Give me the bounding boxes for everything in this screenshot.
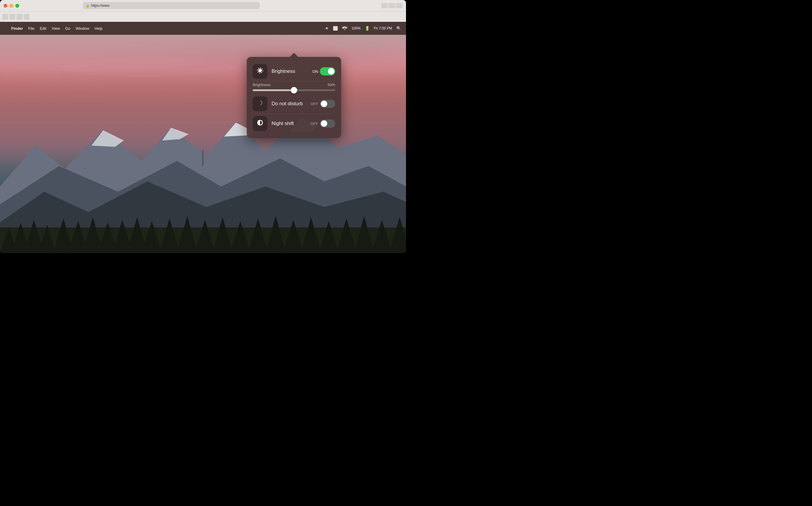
brightness-slider-header: Brightness 50%	[253, 83, 335, 87]
share-button[interactable]	[381, 3, 388, 8]
moon-icon	[256, 99, 264, 108]
maximize-button[interactable]	[15, 4, 19, 8]
browser-titlebar: 🔒 https://www.	[0, 0, 406, 11]
menubar: Finder File Edit View Go Window Help ☀ ⬜…	[0, 22, 406, 35]
toolbar-extension-buttons	[381, 3, 402, 8]
new-tab-button[interactable]	[396, 3, 402, 8]
bookmark-button[interactable]	[389, 3, 395, 8]
do-not-disturb-toggle-label: OFF	[310, 102, 318, 106]
brightness-menu-icon[interactable]: ☀	[325, 26, 329, 31]
back-button[interactable]	[2, 14, 8, 20]
close-button[interactable]	[4, 4, 7, 8]
brightness-toggle-knob	[328, 68, 334, 75]
desktop: Brightness ON Brightness 50%	[0, 35, 406, 253]
night-shift-toggle[interactable]	[320, 119, 335, 128]
svg-marker-34	[202, 148, 204, 152]
help-menu[interactable]: Help	[95, 26, 103, 31]
brightness-slider-label: Brightness	[253, 83, 271, 87]
sidebar-button[interactable]	[16, 14, 22, 20]
night-shift-toggle-label: OFF	[310, 121, 318, 126]
url-text: https://www.	[91, 4, 110, 8]
battery-icon: 🔋	[365, 26, 370, 31]
do-not-disturb-row: Do not disturb OFF	[252, 94, 337, 113]
brightness-toggle[interactable]	[320, 67, 335, 76]
night-shift-icon-bg	[253, 116, 267, 131]
brightness-toggle-wrapper: ON	[312, 67, 336, 76]
brightness-slider-section: Brightness 50%	[252, 81, 337, 94]
svg-rect-33	[202, 151, 203, 166]
brightness-slider-fill	[253, 89, 294, 91]
address-bar[interactable]: 🔒 https://www.	[83, 2, 260, 9]
minimize-button[interactable]	[9, 4, 13, 8]
browser-frame: 🔒 https://www. Finder File Edit View Go …	[0, 0, 406, 253]
night-shift-row: Night shift OFF	[252, 113, 337, 133]
go-menu[interactable]: Go	[65, 26, 70, 31]
datetime: Fri 7:00 PM	[374, 26, 392, 30]
brightness-slider-track[interactable]	[253, 89, 335, 91]
traffic-lights	[4, 4, 19, 8]
battery-percent: 100%	[351, 26, 361, 30]
reading-list-button[interactable]	[24, 14, 29, 20]
forward-button[interactable]	[9, 14, 15, 20]
do-not-disturb-toggle-knob	[321, 100, 327, 107]
do-not-disturb-toggle[interactable]	[320, 100, 335, 108]
night-shift-toggle-knob	[321, 120, 327, 127]
do-not-disturb-icon-bg	[253, 96, 267, 111]
popup-panel: Brightness ON Brightness 50%	[247, 57, 341, 138]
menubar-right: ☀ ⬜ 100% 🔋 Fri 7:00 PM 🔍	[325, 26, 401, 31]
lock-icon: 🔒	[86, 4, 89, 7]
view-menu[interactable]: View	[52, 26, 60, 31]
night-shift-icon	[256, 119, 264, 128]
brightness-toggle-label: ON	[312, 69, 319, 74]
do-not-disturb-toggle-wrapper: OFF	[310, 100, 335, 108]
wifi-icon[interactable]	[342, 26, 347, 31]
window-menu[interactable]: Window	[76, 26, 89, 31]
brightness-slider-thumb[interactable]	[291, 87, 297, 93]
edit-menu[interactable]: Edit	[40, 26, 46, 31]
brightness-sun-icon	[256, 66, 264, 76]
mountains-background	[0, 89, 406, 253]
do-not-disturb-label: Do not disturb	[272, 101, 310, 107]
brightness-icon-bg	[253, 64, 267, 79]
brightness-label: Brightness	[272, 68, 312, 74]
search-icon[interactable]: 🔍	[396, 26, 401, 31]
popup-arrow	[290, 53, 298, 57]
svg-point-39	[258, 69, 262, 72]
brightness-row: Brightness ON	[252, 62, 337, 81]
night-shift-toggle-wrapper: OFF	[310, 119, 335, 128]
airplay-icon[interactable]: ⬜	[333, 26, 338, 31]
brightness-slider-value: 50%	[328, 83, 335, 87]
night-shift-label: Night shift	[272, 120, 310, 126]
browser-toolbar	[0, 11, 406, 22]
file-menu[interactable]: File	[28, 26, 34, 31]
finder-menu[interactable]: Finder	[11, 26, 23, 31]
menubar-left: Finder File Edit View Go Window Help	[5, 26, 102, 31]
